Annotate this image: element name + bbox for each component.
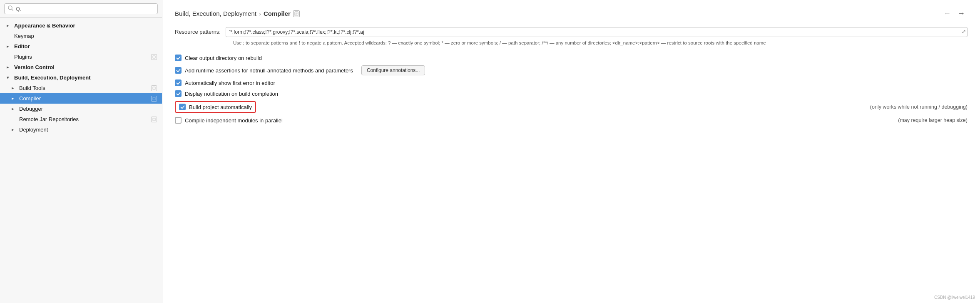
sidebar-item-plugins[interactable]: Plugins	[0, 52, 162, 62]
breadcrumb-current: Compiler	[264, 10, 291, 17]
highlight-box: Build project automatically	[175, 101, 256, 113]
checkbox-wrap-clear-output[interactable]: Clear output directory on rebuild	[175, 55, 262, 61]
configure-annotations-button[interactable]: Configure annotations...	[361, 65, 425, 75]
checkbox-wrap-show-first-error[interactable]: Automatically show first error in editor	[175, 79, 275, 86]
svg-rect-3	[153, 87, 155, 89]
nav-item-label: Appearance & Behavior	[14, 22, 157, 29]
nav-item-label: Debugger	[19, 106, 157, 112]
checkbox-show-first-error[interactable]	[175, 79, 182, 86]
breadcrumb-separator: ›	[259, 10, 261, 17]
checkbox-wrap-compile-parallel[interactable]: Compile independent modules in parallel	[175, 117, 283, 124]
nav-item-label: Deployment	[19, 127, 157, 133]
nav-item-label: Remote Jar Repositories	[19, 116, 149, 122]
sidebar-item-editor[interactable]: ▸Editor	[0, 41, 162, 52]
sidebar-item-remote-jar[interactable]: Remote Jar Repositories	[0, 114, 162, 124]
sidebar-item-debugger[interactable]: ▸Debugger	[0, 104, 162, 114]
breadcrumb-bar: Build, Execution, Deployment › Compiler …	[175, 8, 968, 19]
breadcrumb: Build, Execution, Deployment › Compiler	[175, 10, 300, 17]
setting-label-compile-parallel: Compile independent modules in parallel	[185, 117, 283, 124]
svg-rect-2	[153, 56, 155, 58]
breadcrumb-parent: Build, Execution, Deployment	[175, 10, 256, 17]
watermark: CSDN @liweiwei1419	[934, 295, 975, 300]
nav-item-arrow: ▸	[7, 44, 12, 49]
sidebar-item-build-exec-deploy[interactable]: ▾Build, Execution, Deployment	[0, 72, 162, 83]
nav-item-label: Plugins	[14, 54, 149, 60]
checkbox-runtime-assertions[interactable]	[175, 67, 182, 74]
resource-input-wrap: ⤢	[226, 27, 968, 37]
nav-list: ▸Appearance & BehaviorKeymap▸EditorPlugi…	[0, 18, 162, 303]
resource-patterns-label: Resource patterns:	[175, 27, 221, 35]
svg-rect-4	[153, 97, 155, 100]
nav-forward-button[interactable]: →	[955, 8, 968, 19]
setting-row-show-first-error: Automatically show first error in editor	[175, 77, 968, 88]
nav-item-badge	[151, 85, 157, 91]
setting-label-build-automatically: Build project automatically	[189, 104, 252, 110]
settings-sidebar: ▸Appearance & BehaviorKeymap▸EditorPlugi…	[0, 0, 162, 303]
side-note-compile-parallel: (may require larger heap size)	[881, 117, 968, 123]
nav-item-label: Editor	[14, 43, 157, 50]
setting-row-clear-output: Clear output directory on rebuild	[175, 52, 968, 63]
svg-line-1	[12, 9, 13, 11]
main-content: Build, Execution, Deployment › Compiler …	[162, 0, 980, 303]
sidebar-item-keymap[interactable]: Keymap	[0, 31, 162, 41]
setting-row-compile-parallel: Compile independent modules in parallel(…	[175, 115, 968, 126]
side-note-build-automatically: (only works while not running / debuggin…	[853, 104, 968, 110]
checkbox-wrap-runtime-assertions[interactable]: Add runtime assertions for notnull-annot…	[175, 67, 353, 74]
nav-item-arrow: ▸	[12, 96, 17, 101]
settings-container: Clear output directory on rebuildAdd run…	[175, 52, 968, 126]
sidebar-item-appearance[interactable]: ▸Appearance & Behavior	[0, 20, 162, 31]
nav-item-label: Build, Execution, Deployment	[14, 75, 157, 81]
setting-row-build-automatically: Build project automatically(only works w…	[175, 99, 968, 115]
search-input[interactable]	[16, 6, 154, 12]
nav-item-label: Build Tools	[19, 85, 149, 91]
nav-item-arrow: ▸	[12, 85, 17, 91]
nav-item-label: Version Control	[14, 64, 157, 70]
resource-patterns-input[interactable]	[226, 27, 968, 37]
nav-item-arrow: ▸	[12, 127, 17, 132]
nav-item-badge	[151, 54, 157, 60]
resource-hint: Use ; to separate patterns and ! to nega…	[233, 40, 968, 47]
nav-arrows: ← →	[941, 8, 968, 19]
nav-item-arrow: ▸	[12, 106, 17, 112]
setting-row-display-notification: Display notification on build completion	[175, 88, 968, 99]
sidebar-item-deployment[interactable]: ▸Deployment	[0, 124, 162, 135]
setting-label-runtime-assertions: Add runtime assertions for notnull-annot…	[185, 67, 353, 74]
nav-item-label: Keymap	[14, 33, 157, 39]
nav-item-arrow: ▸	[7, 23, 12, 28]
resource-expand-button[interactable]: ⤢	[962, 29, 966, 35]
svg-rect-5	[153, 118, 155, 121]
search-bar	[0, 0, 162, 18]
nav-item-arrow: ▸	[7, 65, 12, 70]
setting-label-show-first-error: Automatically show first error in editor	[185, 80, 275, 86]
checkbox-build-automatically[interactable]	[179, 104, 186, 110]
setting-row-runtime-assertions: Add runtime assertions for notnull-annot…	[175, 63, 968, 77]
nav-item-badge	[151, 117, 157, 122]
sidebar-item-build-tools[interactable]: ▸Build Tools	[0, 83, 162, 93]
nav-item-badge	[151, 96, 157, 102]
nav-item-label: Compiler	[19, 95, 149, 102]
checkbox-wrap-display-notification[interactable]: Display notification on build completion	[175, 90, 278, 97]
sidebar-item-compiler[interactable]: ▸Compiler	[0, 93, 162, 104]
nav-item-arrow: ▾	[7, 75, 12, 80]
checkbox-wrap-build-automatically[interactable]: Build project automatically	[175, 101, 256, 113]
checkbox-display-notification[interactable]	[175, 90, 182, 97]
doc-icon	[293, 10, 300, 17]
setting-label-clear-output: Clear output directory on rebuild	[185, 55, 262, 61]
search-input-wrap[interactable]	[4, 3, 158, 14]
resource-patterns-row: Resource patterns: ⤢	[175, 27, 968, 37]
setting-label-display-notification: Display notification on build completion	[185, 91, 278, 97]
checkbox-clear-output[interactable]	[175, 55, 182, 61]
checkbox-compile-parallel[interactable]	[175, 117, 182, 124]
sidebar-item-version-control[interactable]: ▸Version Control	[0, 62, 162, 72]
nav-back-button[interactable]: ←	[941, 8, 953, 19]
search-icon	[8, 5, 13, 12]
